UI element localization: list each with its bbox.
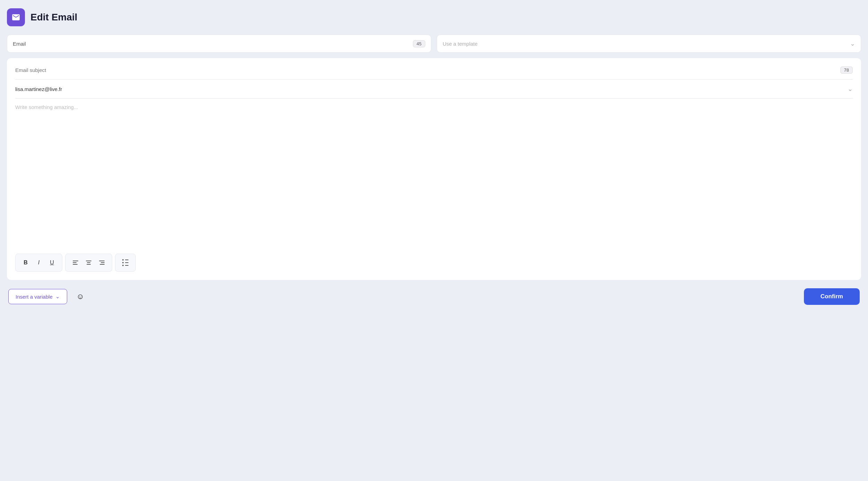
template-select[interactable]: Use a template ⌄ <box>437 35 861 53</box>
formatting-toolbar: B I U <box>15 248 853 272</box>
recipient-row[interactable]: lisa.martinez@live.fr ⌄ <box>15 85 853 99</box>
template-select-placeholder: Use a template <box>443 41 478 47</box>
email-subject-input[interactable] <box>15 67 840 73</box>
chevron-down-icon: ⌄ <box>55 293 60 300</box>
bullet-list-button[interactable] <box>119 257 131 269</box>
subject-row: 78 <box>15 66 853 80</box>
mail-icon-container <box>7 8 25 26</box>
insert-variable-label: Insert a variable <box>16 294 53 300</box>
subject-char-counter: 78 <box>840 66 853 74</box>
underline-button[interactable]: U <box>46 257 58 269</box>
text-format-group: B I U <box>15 254 62 272</box>
list-group <box>115 254 136 272</box>
email-tab-badge: 45 <box>413 40 425 47</box>
footer-bar: Insert a variable ⌄ ☺ Confirm <box>7 288 861 305</box>
recipient-email: lisa.martinez@live.fr <box>15 86 62 92</box>
smiley-icon: ☺ <box>77 292 84 301</box>
recipient-chevron-down-icon: ⌄ <box>848 85 853 93</box>
alignment-group <box>65 254 112 272</box>
email-tab-label: Email <box>13 41 26 47</box>
insert-variable-button[interactable]: Insert a variable ⌄ <box>8 289 67 304</box>
editor-card: 78 lisa.martinez@live.fr ⌄ Write somethi… <box>7 58 861 280</box>
italic-button[interactable]: I <box>33 257 45 269</box>
email-body-area[interactable]: Write something amazing... <box>15 104 853 243</box>
align-center-button[interactable] <box>83 257 95 269</box>
top-controls: Email 45 Use a template ⌄ <box>7 35 861 53</box>
page-header: Edit Email <box>7 8 861 26</box>
align-right-icon <box>99 261 105 265</box>
body-placeholder-text: Write something amazing... <box>15 104 78 110</box>
confirm-button[interactable]: Confirm <box>804 288 860 305</box>
chevron-down-icon: ⌄ <box>850 40 855 47</box>
page-title: Edit Email <box>30 12 77 23</box>
footer-left: Insert a variable ⌄ ☺ <box>8 289 88 304</box>
align-left-icon <box>73 261 78 265</box>
align-left-button[interactable] <box>70 257 81 269</box>
align-center-icon <box>86 261 91 265</box>
emoji-button[interactable]: ☺ <box>73 289 88 304</box>
email-tab[interactable]: Email 45 <box>7 35 431 53</box>
mail-icon <box>11 13 20 22</box>
align-right-button[interactable] <box>96 257 108 269</box>
bold-button[interactable]: B <box>20 257 32 269</box>
list-icon <box>122 259 129 266</box>
